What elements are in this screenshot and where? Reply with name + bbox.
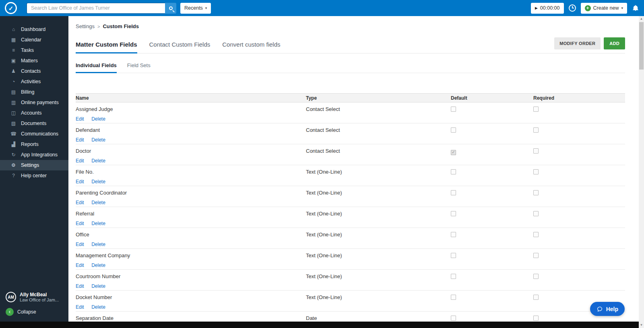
sidebar-item-tasks[interactable]: ≡ Tasks bbox=[0, 45, 68, 55]
sidebar-item-accounts[interactable]: ◫ Accounts bbox=[0, 108, 68, 118]
bank-icon: ◫ bbox=[10, 110, 17, 116]
default-checkbox[interactable] bbox=[451, 169, 456, 174]
search-button[interactable] bbox=[165, 3, 176, 14]
required-checkbox[interactable] bbox=[533, 107, 539, 112]
timer-value: 00:00:00 bbox=[540, 5, 560, 11]
add-time-clock-icon[interactable] bbox=[569, 4, 576, 12]
custom-fields-table: Name Type Default Required Assigned Judg… bbox=[76, 93, 625, 328]
delete-link[interactable]: Delete bbox=[91, 262, 105, 268]
sidebar-item-online-payments[interactable]: ▥ Online payments bbox=[0, 97, 68, 108]
sidebar-item-contacts[interactable]: ♟ Contacts bbox=[0, 66, 68, 76]
delete-link[interactable]: Delete bbox=[91, 179, 105, 184]
sidebar-item-help-center[interactable]: ? Help center bbox=[0, 170, 68, 181]
sidebar-item-matters[interactable]: ▣ Matters bbox=[0, 55, 68, 66]
required-checkbox[interactable] bbox=[533, 232, 539, 237]
required-checkbox[interactable] bbox=[533, 148, 539, 154]
cell-required bbox=[533, 148, 625, 165]
bell-icon[interactable] bbox=[632, 4, 639, 12]
timer-button[interactable]: ▶ 00:00:00 bbox=[531, 3, 564, 14]
search-input[interactable] bbox=[27, 3, 165, 14]
default-checkbox[interactable] bbox=[451, 253, 456, 258]
add-button[interactable]: ADD bbox=[604, 37, 625, 49]
sidebar-item-communications[interactable]: ☎ Communications bbox=[0, 129, 68, 139]
default-checkbox[interactable] bbox=[451, 316, 456, 321]
required-checkbox[interactable] bbox=[533, 274, 539, 279]
cell-default bbox=[451, 232, 533, 248]
edit-link[interactable]: Edit bbox=[76, 137, 84, 143]
edit-link[interactable]: Edit bbox=[76, 242, 84, 247]
cell-default bbox=[451, 148, 533, 165]
recents-button[interactable]: Recents ▾ bbox=[180, 3, 211, 14]
help-button[interactable]: Help bbox=[590, 302, 625, 316]
default-checkbox[interactable] bbox=[451, 190, 456, 195]
edit-link[interactable]: Edit bbox=[76, 200, 84, 205]
required-checkbox[interactable] bbox=[533, 316, 539, 321]
tab-matter-custom-fields[interactable]: Matter Custom Fields bbox=[76, 39, 137, 53]
clio-logo[interactable]: ✓ bbox=[5, 2, 17, 14]
dashboard-icon: ⌂ bbox=[10, 27, 17, 32]
create-new-button[interactable]: + Create new ▾ bbox=[581, 3, 627, 14]
user-profile[interactable]: AM Ally McBeal Law Office of Jam... bbox=[6, 292, 68, 302]
required-checkbox[interactable] bbox=[533, 295, 539, 300]
vertical-scrollbar[interactable]: ▲ ▼ bbox=[639, 16, 644, 328]
collapse-button[interactable]: ‹ Collapse bbox=[6, 308, 68, 316]
sidebar-item-billing[interactable]: ▤ Billing bbox=[0, 87, 68, 97]
sidebar-item-label: Dashboard bbox=[21, 27, 45, 32]
subtab-field-sets[interactable]: Field Sets bbox=[127, 62, 151, 73]
sidebar-item-documents[interactable]: ▧ Documents bbox=[0, 118, 68, 129]
default-checkbox[interactable] bbox=[451, 150, 456, 155]
sidebar-item-app-integrations[interactable]: ↻ App Integrations bbox=[0, 150, 68, 160]
tab-contact-custom-fields[interactable]: Contact Custom Fields bbox=[149, 39, 211, 53]
modify-order-button[interactable]: MODIFY ORDER bbox=[554, 37, 601, 49]
edit-link[interactable]: Edit bbox=[76, 262, 84, 268]
field-type: Text (One-Line) bbox=[306, 273, 342, 279]
required-checkbox[interactable] bbox=[533, 169, 539, 174]
edit-link[interactable]: Edit bbox=[76, 283, 84, 289]
cell-type: Text (One-Line) bbox=[306, 252, 451, 269]
main-content: Settings > Custom Fields Matter Custom F… bbox=[68, 16, 639, 328]
required-checkbox[interactable] bbox=[533, 211, 539, 216]
default-checkbox[interactable] bbox=[451, 127, 456, 133]
scroll-up-icon[interactable]: ▲ bbox=[639, 16, 644, 22]
delete-link[interactable]: Delete bbox=[91, 221, 105, 226]
delete-link[interactable]: Delete bbox=[91, 304, 105, 310]
sidebar-item-reports[interactable]: ▟ Reports bbox=[0, 139, 68, 150]
required-checkbox[interactable] bbox=[533, 127, 539, 133]
cell-default bbox=[451, 106, 533, 123]
sidebar-item-dashboard[interactable]: ⌂ Dashboard bbox=[0, 24, 68, 35]
sidebar: ⌂ Dashboard ▦ Calendar ≡ Tasks ▣ Matters… bbox=[0, 16, 68, 322]
default-checkbox[interactable] bbox=[451, 107, 456, 112]
default-checkbox[interactable] bbox=[451, 211, 456, 216]
breadcrumb-settings[interactable]: Settings bbox=[76, 23, 95, 29]
required-checkbox[interactable] bbox=[533, 190, 539, 195]
delete-link[interactable]: Delete bbox=[91, 200, 105, 205]
delete-link[interactable]: Delete bbox=[91, 116, 105, 122]
page-actions: MODIFY ORDER ADD bbox=[554, 37, 625, 49]
sidebar-item-activities[interactable]: ◔ Activities bbox=[0, 76, 68, 87]
edit-link[interactable]: Edit bbox=[76, 304, 84, 310]
default-checkbox[interactable] bbox=[451, 232, 456, 237]
default-checkbox[interactable] bbox=[451, 274, 456, 279]
subtab-individual-fields[interactable]: Individual Fields bbox=[76, 62, 117, 73]
tab-convert-custom-fields[interactable]: Convert custom fields bbox=[222, 39, 280, 53]
delete-link[interactable]: Delete bbox=[91, 158, 105, 164]
delete-link[interactable]: Delete bbox=[91, 283, 105, 289]
scrollbar-thumb[interactable] bbox=[639, 22, 644, 70]
field-name: Defendant bbox=[76, 127, 306, 133]
edit-link[interactable]: Edit bbox=[76, 116, 84, 122]
edit-link[interactable]: Edit bbox=[76, 221, 84, 226]
edit-link[interactable]: Edit bbox=[76, 158, 84, 164]
delete-link[interactable]: Delete bbox=[91, 242, 105, 247]
sidebar-item-calendar[interactable]: ▦ Calendar bbox=[0, 35, 68, 45]
delete-link[interactable]: Delete bbox=[91, 137, 105, 143]
sidebar-item-settings[interactable]: ⚙ Settings bbox=[0, 160, 68, 170]
cell-default bbox=[451, 294, 533, 311]
scroll-down-icon[interactable]: ▼ bbox=[639, 322, 644, 328]
cell-default bbox=[451, 127, 533, 144]
breadcrumb: Settings > Custom Fields bbox=[76, 23, 625, 29]
sidebar-item-label: Online payments bbox=[21, 100, 59, 105]
sidebar-item-label: Settings bbox=[21, 162, 39, 168]
default-checkbox[interactable] bbox=[451, 295, 456, 300]
required-checkbox[interactable] bbox=[533, 253, 539, 258]
edit-link[interactable]: Edit bbox=[76, 179, 84, 184]
